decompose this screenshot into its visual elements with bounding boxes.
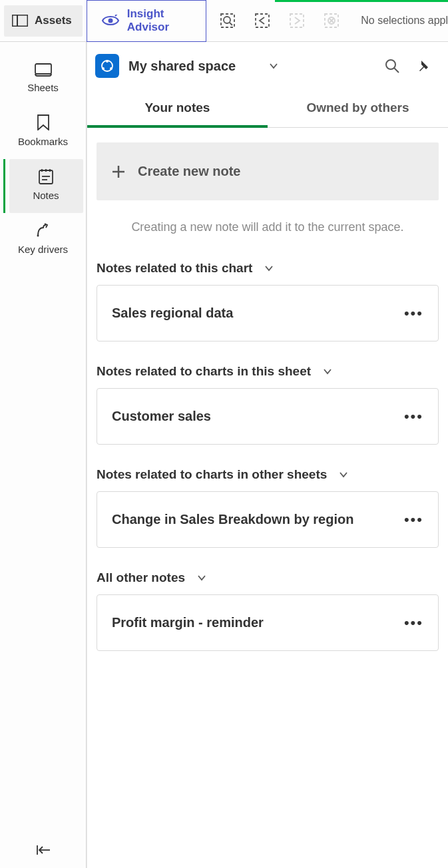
- svg-rect-6: [256, 14, 269, 27]
- insight-advisor-label: Insight Advisor: [127, 7, 191, 34]
- space-dropdown-chevron-icon[interactable]: [269, 63, 278, 69]
- selections-status-text: No selections appl: [361, 15, 448, 27]
- create-note-hint: Creating a new note will add it to the c…: [97, 200, 439, 257]
- svg-point-2: [108, 19, 112, 23]
- chevron-down-icon: [339, 471, 348, 478]
- tab-owned-by-others[interactable]: Owned by others: [268, 90, 448, 127]
- note-title: Profit margin - reminder: [112, 615, 264, 630]
- note-title: Customer sales: [112, 409, 211, 424]
- search-icon[interactable]: [384, 58, 400, 74]
- sidebar-item-notes[interactable]: Notes: [9, 159, 83, 213]
- selection-search-icon[interactable]: [220, 13, 236, 29]
- chevron-down-icon: [197, 574, 206, 581]
- space-badge-icon: [95, 54, 119, 78]
- note-card[interactable]: Sales regional data •••: [97, 285, 439, 341]
- section-header-other-sheets[interactable]: Notes related to charts in other sheets: [97, 463, 439, 491]
- svg-point-19: [37, 235, 39, 237]
- section-header-label: All other notes: [97, 570, 185, 585]
- section-header-this-chart[interactable]: Notes related to this chart: [97, 257, 439, 285]
- note-more-icon[interactable]: •••: [404, 413, 423, 420]
- sidebar-item-label: Key drivers: [18, 244, 68, 255]
- section-header-label: Notes related to charts in other sheets: [97, 467, 327, 482]
- svg-rect-0: [13, 15, 28, 27]
- plus-icon: [111, 164, 126, 179]
- note-title: Change in Sales Breakdown by region: [112, 512, 353, 527]
- create-note-label: Create new note: [138, 164, 240, 179]
- note-more-icon[interactable]: •••: [404, 310, 423, 317]
- space-header: My shared space: [87, 42, 448, 90]
- svg-line-27: [394, 68, 399, 73]
- svg-rect-12: [35, 64, 51, 74]
- section-header-all-other[interactable]: All other notes: [97, 566, 439, 594]
- assets-button[interactable]: Assets: [4, 5, 83, 37]
- space-title: My shared space: [128, 59, 236, 74]
- insight-advisor-button[interactable]: Insight Advisor: [87, 0, 206, 42]
- notes-panel: My shared space Your notes Owned by othe…: [87, 42, 448, 868]
- svg-point-4: [224, 17, 230, 23]
- note-title: Sales regional data: [112, 306, 233, 321]
- section-header-label: Notes related to this chart: [97, 261, 252, 276]
- chevron-down-icon: [264, 265, 274, 272]
- svg-point-24: [102, 67, 105, 70]
- svg-line-5: [230, 23, 232, 25]
- sidebar-item-label: Sheets: [27, 82, 59, 93]
- note-more-icon[interactable]: •••: [404, 516, 423, 523]
- create-note-button[interactable]: Create new note: [97, 142, 439, 200]
- svg-point-25: [110, 67, 112, 70]
- note-more-icon[interactable]: •••: [404, 619, 423, 626]
- topbar: Assets Insight Advisor No selections app…: [0, 0, 448, 42]
- sidebar-item-label: Bookmarks: [18, 136, 68, 147]
- assets-label: Assets: [35, 14, 72, 27]
- note-card[interactable]: Customer sales •••: [97, 388, 439, 445]
- sheets-icon: [35, 63, 52, 77]
- sidebar-item-sheets[interactable]: Sheets: [0, 54, 86, 105]
- bookmark-icon: [37, 114, 49, 130]
- svg-point-26: [386, 60, 395, 69]
- tab-label: Your notes: [145, 101, 210, 114]
- sidebar-collapse-button[interactable]: [0, 844, 86, 856]
- tab-label: Owned by others: [306, 101, 409, 114]
- eye-icon: [102, 15, 119, 27]
- note-card[interactable]: Change in Sales Breakdown by region •••: [97, 491, 439, 548]
- section-header-this-sheet[interactable]: Notes related to charts in this sheet: [97, 360, 439, 388]
- svg-rect-13: [39, 170, 53, 184]
- pin-icon[interactable]: [419, 59, 432, 73]
- notes-content: Create new note Creating a new note will…: [87, 128, 448, 670]
- sidebar-item-key-drivers[interactable]: Key drivers: [0, 213, 86, 267]
- notes-icon: [39, 168, 53, 184]
- selection-clear-icon: [324, 13, 339, 29]
- svg-point-23: [106, 60, 109, 63]
- chevron-down-icon: [323, 368, 332, 375]
- selection-forward-icon: [289, 13, 305, 29]
- selection-tools: No selections appl: [220, 13, 448, 29]
- panel-icon: [12, 15, 28, 27]
- notes-tabs: Your notes Owned by others: [87, 90, 448, 128]
- left-sidebar: Sheets Bookmarks Notes Key drivers: [0, 42, 87, 868]
- svg-rect-7: [290, 14, 304, 27]
- sidebar-item-label: Notes: [33, 190, 59, 201]
- note-card[interactable]: Profit margin - reminder •••: [97, 594, 439, 651]
- key-drivers-icon: [35, 222, 51, 238]
- tab-your-notes[interactable]: Your notes: [87, 90, 268, 127]
- sidebar-item-bookmarks[interactable]: Bookmarks: [0, 105, 86, 159]
- selection-back-icon[interactable]: [254, 13, 270, 29]
- section-header-label: Notes related to charts in this sheet: [97, 364, 311, 379]
